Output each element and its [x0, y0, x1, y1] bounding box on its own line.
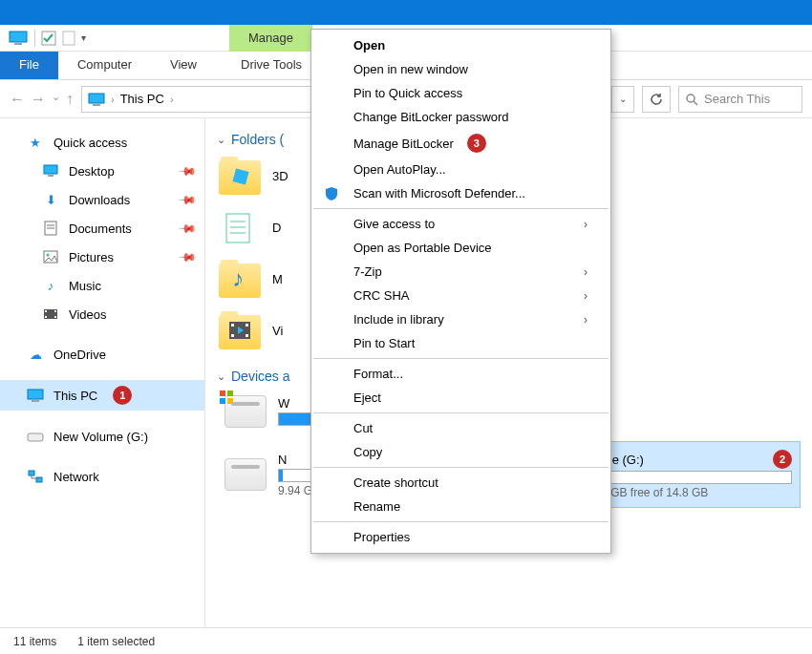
folder-label: M — [272, 272, 283, 286]
cm-open-autoplay[interactable]: Open AutoPlay... — [311, 158, 610, 181]
sidebar-onedrive[interactable]: ☁ OneDrive — [0, 340, 204, 369]
search-input[interactable]: Search This — [678, 86, 802, 113]
cm-rename[interactable]: Rename — [311, 495, 610, 518]
downloads-icon: ⬇ — [42, 191, 59, 208]
cm-include-library[interactable]: Include in library› — [311, 307, 610, 331]
sidebar-network[interactable]: Network — [0, 462, 204, 491]
chevron-right-icon: › — [584, 313, 588, 327]
cm-label: Manage BitLocker — [353, 137, 454, 151]
cm-separator — [313, 467, 609, 468]
cm-scan-defender[interactable]: Scan with Microsoft Defender... — [311, 181, 610, 205]
cm-give-access-to[interactable]: Give access to› — [311, 212, 610, 236]
pin-icon: 📌 — [178, 247, 198, 267]
folder-icon: ♪ — [219, 260, 261, 298]
svg-rect-5 — [93, 104, 100, 106]
svg-rect-20 — [28, 390, 43, 399]
sidebar-new-volume[interactable]: New Volume (G:) — [0, 422, 204, 451]
nav-forward-icon[interactable]: → — [31, 91, 46, 108]
cm-open-new-window[interactable]: Open in new window — [311, 57, 610, 81]
folder-icon — [219, 311, 261, 349]
cm-portable-device[interactable]: Open as Portable Device — [311, 236, 610, 260]
document-icon[interactable] — [62, 31, 75, 46]
document-folder-icon — [219, 208, 261, 246]
sidebar-item-label: Pictures — [69, 250, 114, 264]
cm-create-shortcut[interactable]: Create shortcut — [311, 471, 610, 495]
nav-back-icon[interactable]: ← — [10, 91, 25, 108]
sidebar-item-label: Videos — [69, 307, 107, 322]
svg-rect-31 — [231, 324, 234, 327]
svg-rect-18 — [54, 310, 56, 312]
breadcrumb-dropdown-icon[interactable]: ⌄ — [611, 86, 634, 113]
cm-change-bitlocker[interactable]: Change BitLocker password — [311, 105, 610, 129]
pin-icon: 📌 — [178, 161, 198, 181]
annotation-badge-3: 3 — [467, 134, 486, 153]
annotation-badge-1: 1 — [113, 386, 132, 405]
drive-usage-bar — [586, 471, 793, 484]
navigation-pane: ★ Quick access Desktop 📌 ⬇ Downloads 📌 D… — [0, 118, 205, 627]
breadcrumb-thispc[interactable]: This PC — [120, 92, 164, 106]
refresh-button[interactable] — [642, 86, 671, 113]
nav-recent-icon[interactable]: ⌄ — [52, 91, 60, 108]
sidebar-item-pictures[interactable]: Pictures 📌 — [0, 243, 204, 271]
sidebar-quick-access[interactable]: ★ Quick access — [0, 128, 204, 157]
pin-icon: 📌 — [178, 219, 198, 239]
chevron-down-icon: ⌄ — [217, 370, 225, 383]
sidebar-item-label: Downloads — [69, 193, 130, 207]
app-icon — [8, 30, 29, 47]
tab-manage[interactable]: Manage — [229, 25, 312, 52]
sidebar-item-label: Network — [53, 470, 99, 484]
dropdown-caret-icon[interactable]: ▾ — [81, 32, 86, 43]
cm-pin-quick-access[interactable]: Pin to Quick access — [311, 81, 610, 105]
sidebar-this-pc[interactable]: This PC 1 — [0, 380, 204, 411]
cm-separator — [313, 208, 609, 209]
drive-icon — [224, 395, 267, 428]
sidebar-item-videos[interactable]: Videos — [0, 300, 204, 328]
cm-copy[interactable]: Copy — [311, 440, 610, 464]
chevron-right-icon: › — [584, 218, 588, 231]
sidebar-item-documents[interactable]: Documents 📌 — [0, 214, 204, 243]
cm-separator — [313, 412, 609, 413]
svg-rect-36 — [227, 390, 233, 396]
tab-computer[interactable]: Computer — [58, 52, 151, 79]
section-label: Devices a — [231, 369, 289, 384]
drive-free-text: 14.7 GB free of 14.8 GB — [586, 486, 793, 499]
svg-rect-33 — [246, 324, 248, 327]
svg-rect-38 — [227, 398, 233, 404]
cm-pin-to-start[interactable]: Pin to Start — [311, 331, 610, 355]
sidebar-item-label: New Volume (G:) — [53, 430, 148, 444]
sidebar-item-label: Documents — [69, 222, 132, 236]
cm-format[interactable]: Format... — [311, 362, 610, 386]
cm-crc-sha[interactable]: CRC SHA› — [311, 284, 610, 307]
context-menu: Open Open in new window Pin to Quick acc… — [310, 29, 611, 554]
svg-rect-16 — [45, 310, 47, 312]
cm-open[interactable]: Open — [311, 33, 610, 57]
nav-up-icon[interactable]: ↑ — [66, 91, 74, 108]
divider — [34, 30, 35, 47]
cm-cut[interactable]: Cut — [311, 416, 610, 440]
cm-properties[interactable]: Properties — [311, 525, 610, 549]
cm-label: 7-Zip — [353, 264, 382, 279]
svg-rect-1 — [14, 43, 22, 45]
svg-rect-8 — [44, 165, 57, 174]
search-icon — [685, 93, 698, 106]
pictures-icon — [42, 248, 59, 265]
cm-manage-bitlocker[interactable]: Manage BitLocker 3 — [311, 129, 610, 158]
tab-view[interactable]: View — [151, 52, 216, 79]
sidebar-item-desktop[interactable]: Desktop 📌 — [0, 157, 204, 185]
cloud-icon: ☁ — [27, 346, 44, 363]
music-icon: ♪ — [42, 277, 59, 294]
videos-icon — [42, 306, 59, 323]
tab-drive-tools[interactable]: Drive Tools — [229, 52, 313, 77]
svg-rect-23 — [29, 471, 34, 475]
svg-rect-34 — [246, 334, 248, 337]
sidebar-item-music[interactable]: ♪ Music — [0, 271, 204, 300]
cm-separator — [313, 521, 609, 522]
annotation-badge-2: 2 — [773, 450, 792, 469]
cm-7zip[interactable]: 7-Zip› — [311, 260, 610, 284]
sidebar-item-downloads[interactable]: ⬇ Downloads 📌 — [0, 185, 204, 214]
status-selected: 1 item selected — [77, 635, 155, 648]
cm-eject[interactable]: Eject — [311, 386, 610, 410]
tab-file[interactable]: File — [0, 52, 58, 79]
checkbox-icon[interactable] — [41, 31, 56, 46]
svg-rect-32 — [231, 334, 234, 337]
